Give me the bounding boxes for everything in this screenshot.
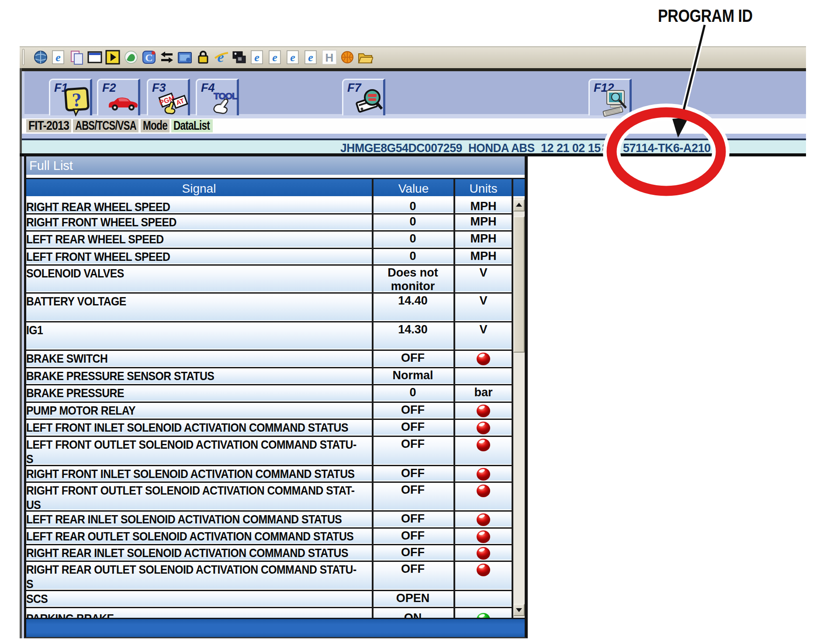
svg-text:e: e [290,51,295,64]
svg-text:C: C [145,52,152,63]
svg-text:e: e [217,49,224,65]
svg-text:H: H [325,51,334,64]
svg-text:e: e [55,51,61,64]
svg-text:e: e [308,51,313,64]
svg-text:e: e [254,51,259,64]
svg-text:?: ? [71,89,82,111]
svg-text:e: e [272,51,277,64]
